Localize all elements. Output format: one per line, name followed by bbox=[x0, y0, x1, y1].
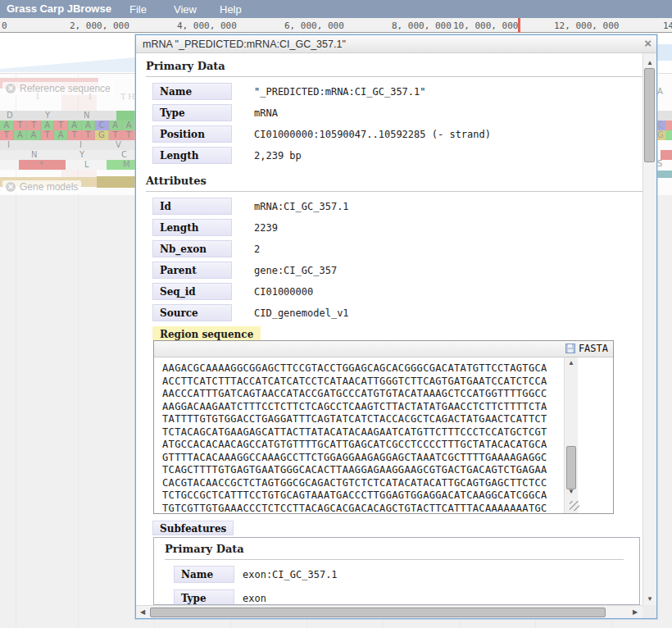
scroll-left-icon[interactable]: ◀ bbox=[140, 609, 145, 616]
field-value: exon bbox=[243, 593, 266, 604]
ruler-tick-label: 0 bbox=[2, 20, 7, 31]
ruler-tick-label: 10, 000, 000 bbox=[453, 20, 518, 31]
dialog-vertical-scrollbar[interactable]: ▲ ▼ bbox=[642, 53, 656, 605]
region-sequence-panel: FASTA AAGACGCAAAAGGCGGAGCTTCCGTACCTGGAGC… bbox=[153, 340, 614, 514]
scroll-down-icon[interactable]: ▼ bbox=[568, 489, 574, 495]
field-value: 2,239 bp bbox=[254, 150, 302, 162]
resize-grip-icon[interactable] bbox=[570, 501, 579, 511]
field-row: Parent gene:CI_GC_357 bbox=[152, 262, 644, 279]
primary-data-heading: Primary Data bbox=[146, 60, 642, 77]
field-value: mRNA bbox=[254, 107, 278, 119]
save-disk-icon bbox=[565, 344, 575, 353]
field-row: Nb_exon 2 bbox=[152, 240, 644, 257]
field-value: 2 bbox=[254, 243, 260, 255]
subfeature-fields: Name exon:CI_GC_357.1 Type exon bbox=[174, 566, 640, 605]
field-row: Type mRNA bbox=[152, 104, 644, 121]
ruler-tick-label: 4, 000, 000 bbox=[177, 20, 237, 31]
sequence-line: CACGTACAACCGCTCTAGTGGCGCAGACTGTCTCTCATAC… bbox=[162, 477, 563, 490]
scroll-up-icon[interactable]: ▲ bbox=[568, 360, 574, 366]
field-row: Length 2,239 bp bbox=[152, 147, 644, 164]
feature-detail-dialog: mRNA "_PREDICTED:mRNA:CI_GC_357.1" × Pri… bbox=[135, 34, 657, 619]
field-label: Length bbox=[152, 147, 232, 164]
field-value: mRNA:CI_GC_357.1 bbox=[254, 201, 349, 212]
sequence-textarea[interactable]: AAGACGCAAAAGGCGGAGCTTCCGTACCTGGAGCAGCACG… bbox=[155, 357, 563, 513]
menu-item[interactable]: View bbox=[174, 3, 197, 16]
region-sequence-label: Region sequence bbox=[152, 326, 261, 341]
field-label: Nb_exon bbox=[152, 240, 232, 257]
primary-data-fields: Name "_PREDICTED:mRNA:CI_GC_357.1" Type … bbox=[152, 83, 644, 168]
attributes-fields: Id mRNA:CI_GC_357.1 Length 2239 Nb_exon … bbox=[152, 198, 644, 325]
field-value: CI01000000:10590047..10592285 (- strand) bbox=[254, 129, 491, 140]
field-label: Source bbox=[152, 304, 232, 321]
ruler-tick-label: 8, 000, 000 bbox=[392, 20, 452, 31]
fasta-download-button[interactable]: FASTA bbox=[565, 343, 608, 354]
sequence-scrollbar[interactable]: ▲ ▼ bbox=[564, 357, 578, 513]
menu-item[interactable]: Help bbox=[220, 3, 242, 16]
field-value: CID_genemodel_v1 bbox=[254, 307, 349, 319]
scroll-down-icon[interactable]: ▼ bbox=[647, 596, 653, 603]
field-row: Source CID_genemodel_v1 bbox=[152, 304, 644, 321]
attributes-heading: Attributes bbox=[146, 175, 642, 192]
field-row: Name exon:CI_GC_357.1 bbox=[174, 566, 640, 583]
field-row: Seq_id CI01000000 bbox=[152, 283, 644, 300]
field-label: Parent bbox=[152, 262, 232, 279]
menu-item[interactable]: File bbox=[129, 3, 147, 16]
dialog-title: mRNA "_PREDICTED:mRNA:CI_GC_357.1" bbox=[143, 39, 346, 50]
field-row: Id mRNA:CI_GC_357.1 bbox=[152, 198, 644, 215]
scroll-up-icon[interactable]: ▲ bbox=[647, 60, 653, 66]
scrollbar-thumb[interactable] bbox=[150, 608, 606, 617]
sequence-line: GTTTTACACAAAGGCCAAAGCCTTCTGGAGGAAGAGGAGC… bbox=[162, 452, 563, 465]
app-title: Grass Carp JBrowse bbox=[7, 2, 111, 15]
field-value: "_PREDICTED:mRNA:CI_GC_357.1" bbox=[254, 86, 426, 98]
ruler-tick-label: 6, 000, 000 bbox=[284, 20, 344, 31]
sequence-panel-header bbox=[154, 341, 613, 357]
field-value: 2239 bbox=[254, 222, 278, 234]
sequence-line: ACCTTCATCTTTACCATCATCATCCTCATAACATTGGGTC… bbox=[162, 375, 563, 389]
sequence-line: TCAGCTTTTGTGAGTGAATGGGCACACTTAAGGAGAAGGA… bbox=[162, 464, 563, 477]
scrollbar-corner bbox=[642, 605, 656, 618]
ruler-tick-label: 14 bbox=[663, 20, 672, 31]
scrollbar-thumb[interactable] bbox=[644, 68, 655, 162]
sequence-line: TCTACAGCATGAAGAGCATTACTTATACATACAAGAATCA… bbox=[162, 426, 563, 439]
subfeature-detail-box: Primary Data Name exon:CI_GC_357.1 Type … bbox=[153, 537, 640, 605]
field-value: exon:CI_GC_357.1 bbox=[243, 569, 338, 580]
sequence-line: TCTGCCGCTCATTTCCTGTGCAGTAAATGACCCTTGGAGT… bbox=[162, 489, 563, 503]
field-label: Name bbox=[174, 566, 234, 583]
field-value: CI01000000 bbox=[254, 286, 313, 298]
field-label: Seq_id bbox=[152, 283, 232, 300]
field-row: Position CI01000000:10590047..10592285 (… bbox=[152, 125, 644, 143]
field-label: Length bbox=[152, 219, 232, 236]
scrollbar-thumb[interactable] bbox=[566, 446, 576, 489]
field-value: gene:CI_GC_357 bbox=[254, 265, 337, 276]
sequence-line: AACCCATTTGATCAGTAACCATACCGATGCCCATGTGTAC… bbox=[162, 388, 563, 401]
field-label: Id bbox=[152, 198, 232, 215]
subfeature-primary-data-heading: Primary Data bbox=[165, 543, 624, 560]
sequence-line: TATTTTGTGTGGACCTGAGGATTTCAGTATCATCTACCAC… bbox=[162, 413, 563, 426]
dialog-titlebar[interactable]: mRNA "_PREDICTED:mRNA:CI_GC_357.1" bbox=[136, 35, 656, 53]
scroll-right-icon[interactable]: ▶ bbox=[633, 609, 638, 616]
menubar: Grass Carp JBrowse FileViewHelp bbox=[0, 0, 672, 18]
ruler-tick-label: 2, 000, 000 bbox=[70, 20, 129, 31]
field-label: Type bbox=[152, 104, 232, 121]
sequence-line: TGTCGTTGTGAAACCCTCTCCTTACAGCACGACACAGCTG… bbox=[162, 503, 563, 514]
field-label: Name bbox=[152, 83, 232, 100]
sequence-line: ATGCCACACAACAGCCATGTGTTTTGCATTGAGCATCGCC… bbox=[162, 439, 563, 452]
subfeatures-label: Subfeatures bbox=[152, 521, 234, 535]
ruler-tick-label: 12, 000, 000 bbox=[554, 20, 619, 31]
sequence-line: AAGGACAAGAATCTTTCCTCTTCTCAGCCTCAAGTCTTAC… bbox=[162, 401, 563, 414]
sequence-line: AAGACGCAAAAGGCGGAGCTTCCGTACCTGGAGCAGCACG… bbox=[162, 362, 563, 375]
dialog-horizontal-scrollbar[interactable]: ◀ ▶ bbox=[136, 605, 642, 618]
field-label: Position bbox=[152, 125, 232, 143]
dialog-close-icon[interactable]: × bbox=[644, 36, 652, 50]
field-label: Type bbox=[174, 589, 234, 605]
field-row: Type exon bbox=[174, 589, 640, 605]
position-marker bbox=[518, 18, 520, 33]
overview-ruler[interactable]: 02, 000, 0004, 000, 0006, 000, 0008, 000… bbox=[0, 18, 672, 33]
field-row: Length 2239 bbox=[152, 219, 644, 236]
field-row: Name "_PREDICTED:mRNA:CI_GC_357.1" bbox=[152, 83, 644, 100]
